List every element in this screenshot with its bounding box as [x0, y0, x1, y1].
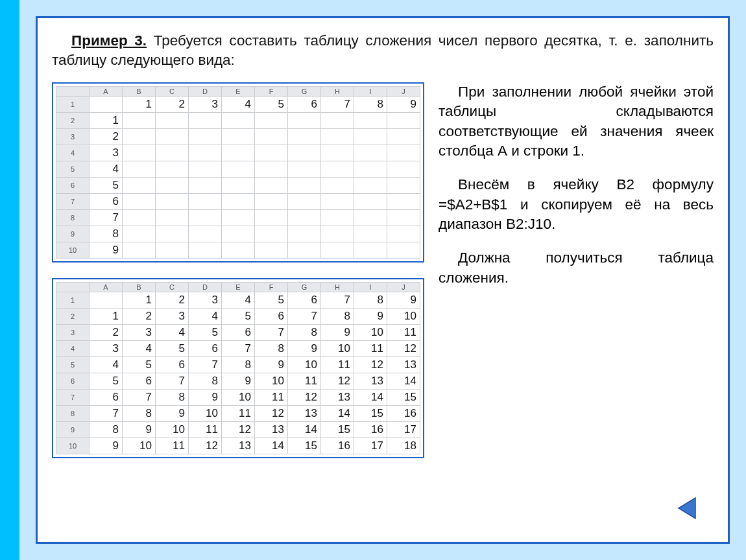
cell[interactable]: 6 [123, 373, 156, 389]
row-header[interactable]: 2 [56, 308, 90, 324]
cell[interactable]: 9 [387, 292, 420, 308]
row-header[interactable]: 1 [56, 96, 90, 112]
cell[interactable]: 17 [387, 421, 420, 438]
cell[interactable]: 9 [222, 373, 255, 389]
row-header[interactable]: 8 [56, 209, 90, 226]
cell[interactable]: 5 [222, 308, 255, 324]
cell[interactable]: 3 [156, 308, 189, 324]
cell[interactable] [354, 193, 387, 209]
cell[interactable] [222, 209, 255, 226]
cell[interactable] [387, 209, 420, 226]
cell[interactable] [222, 112, 255, 128]
cell[interactable]: 7 [321, 96, 354, 112]
row-header[interactable]: 3 [56, 128, 90, 145]
cell[interactable] [387, 128, 420, 145]
cell[interactable]: 2 [90, 324, 123, 340]
cell[interactable]: 11 [321, 356, 354, 373]
cell[interactable]: 12 [288, 389, 321, 405]
column-header[interactable]: H [321, 282, 354, 292]
cell[interactable] [123, 177, 156, 193]
cell[interactable]: 10 [222, 389, 255, 405]
cell[interactable]: 10 [288, 356, 321, 373]
cell[interactable]: 16 [354, 421, 387, 438]
cell[interactable] [354, 161, 387, 177]
cell[interactable] [354, 209, 387, 226]
cell[interactable] [189, 177, 222, 193]
column-header[interactable]: H [321, 86, 354, 96]
cell[interactable]: 11 [189, 421, 222, 438]
cell[interactable] [123, 242, 156, 258]
cell[interactable] [321, 177, 354, 193]
column-header[interactable]: D [189, 282, 222, 292]
cell[interactable] [189, 128, 222, 145]
cell[interactable]: 2 [156, 96, 189, 112]
cell[interactable]: 14 [288, 421, 321, 438]
cell[interactable] [156, 161, 189, 177]
cell[interactable]: 6 [156, 356, 189, 373]
cell[interactable]: 6 [255, 308, 288, 324]
cell[interactable]: 10 [156, 421, 189, 438]
column-header[interactable]: I [354, 86, 387, 96]
cell[interactable]: 6 [90, 193, 123, 209]
cell[interactable] [156, 145, 189, 161]
cell[interactable] [90, 292, 123, 308]
cell[interactable]: 14 [255, 438, 288, 454]
cell[interactable]: 11 [387, 324, 420, 340]
cell[interactable] [255, 128, 288, 145]
cell[interactable]: 7 [288, 308, 321, 324]
cell[interactable]: 8 [288, 324, 321, 340]
row-header[interactable]: 10 [56, 242, 90, 258]
cell[interactable]: 13 [255, 421, 288, 438]
cell[interactable]: 10 [255, 373, 288, 389]
cell[interactable] [189, 226, 222, 242]
column-header[interactable]: A [90, 86, 123, 96]
cell[interactable]: 16 [321, 438, 354, 454]
cell[interactable]: 8 [354, 292, 387, 308]
cell[interactable]: 9 [90, 438, 123, 454]
column-header[interactable]: D [189, 86, 222, 96]
cell[interactable] [156, 209, 189, 226]
cell[interactable] [123, 209, 156, 226]
cell[interactable]: 12 [321, 373, 354, 389]
cell[interactable]: 12 [189, 438, 222, 454]
cell[interactable] [255, 161, 288, 177]
row-header[interactable]: 7 [56, 193, 90, 209]
cell[interactable]: 17 [354, 438, 387, 454]
cell[interactable] [354, 177, 387, 193]
column-header[interactable]: B [123, 282, 156, 292]
cell[interactable]: 13 [387, 356, 420, 373]
cell[interactable]: 9 [189, 389, 222, 405]
cell[interactable]: 3 [90, 340, 123, 356]
cell[interactable]: 3 [189, 96, 222, 112]
cell[interactable]: 13 [354, 373, 387, 389]
cell[interactable]: 3 [189, 292, 222, 308]
cell[interactable]: 12 [222, 421, 255, 438]
cell[interactable]: 9 [123, 421, 156, 438]
cell[interactable] [222, 145, 255, 161]
cell[interactable] [288, 177, 321, 193]
cell[interactable] [321, 112, 354, 128]
cell[interactable]: 4 [90, 161, 123, 177]
cell[interactable]: 8 [255, 340, 288, 356]
cell[interactable]: 5 [156, 340, 189, 356]
row-header[interactable]: 4 [56, 340, 90, 356]
cell[interactable] [354, 242, 387, 258]
cell[interactable] [123, 128, 156, 145]
cell[interactable] [123, 226, 156, 242]
cell[interactable] [354, 226, 387, 242]
cell[interactable]: 13 [222, 438, 255, 454]
column-header[interactable]: I [354, 282, 387, 292]
cell[interactable]: 8 [321, 308, 354, 324]
row-header[interactable]: 9 [56, 226, 90, 242]
cell[interactable] [189, 209, 222, 226]
cell[interactable] [189, 112, 222, 128]
column-header[interactable]: J [387, 86, 420, 96]
cell[interactable] [255, 226, 288, 242]
cell[interactable] [321, 242, 354, 258]
cell[interactable] [288, 193, 321, 209]
column-header[interactable]: B [123, 86, 156, 96]
cell[interactable]: 11 [222, 405, 255, 421]
cell[interactable] [387, 242, 420, 258]
cell[interactable]: 9 [288, 340, 321, 356]
cell[interactable]: 8 [90, 421, 123, 438]
